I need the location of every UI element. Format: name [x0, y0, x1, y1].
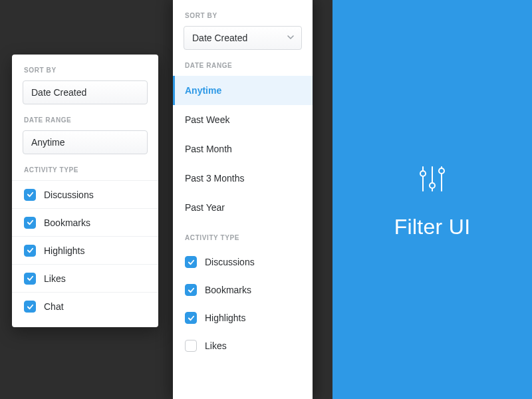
- activity-item-label: Bookmarks: [205, 285, 251, 295]
- date-range-option-label: Anytime: [185, 85, 221, 96]
- section-label-activity-type: ACTIVITY TYPE: [12, 154, 158, 180]
- svg-point-4: [430, 183, 435, 188]
- hero-title: Filter UI: [394, 215, 471, 239]
- checkbox-checked-icon[interactable]: [24, 217, 36, 229]
- sort-select[interactable]: Date Created: [184, 26, 302, 50]
- date-range-option-past-year[interactable]: Past Year: [173, 193, 313, 222]
- date-range-select[interactable]: Anytime: [23, 130, 148, 154]
- date-range-option-past-week[interactable]: Past Week: [173, 105, 313, 134]
- activity-item-label: Bookmarks: [44, 217, 90, 228]
- activity-item-label: Discussions: [44, 190, 94, 200]
- date-range-option-label: Past Month: [185, 144, 232, 154]
- activity-item[interactable]: Discussions: [173, 248, 313, 276]
- section-label-sort-by: SORT BY: [12, 55, 158, 80]
- checkbox-checked-icon[interactable]: [185, 284, 197, 296]
- activity-item[interactable]: Likes: [12, 265, 158, 293]
- checkbox-checked-icon[interactable]: [24, 301, 36, 313]
- activity-item-label: Likes: [44, 273, 66, 284]
- date-range-option-past-month[interactable]: Past Month: [173, 134, 313, 164]
- section-label-date-range: DATE RANGE: [12, 104, 158, 130]
- activity-item-label: Highlights: [205, 313, 245, 323]
- checkbox-checked-icon[interactable]: [24, 245, 36, 257]
- checkbox-unchecked-icon[interactable]: [185, 340, 197, 352]
- activity-list-collapsed: Discussions Bookmarks Highlights Likes C…: [12, 180, 158, 321]
- svg-point-5: [439, 168, 444, 174]
- sort-select-value: Date Created: [31, 87, 86, 98]
- date-range-options: Anytime Past Week Past Month Past 3 Mont…: [173, 76, 313, 222]
- date-range-option-label: Past Week: [185, 114, 229, 125]
- activity-item-label: Likes: [205, 340, 227, 351]
- sort-select-value: Date Created: [192, 33, 247, 43]
- filter-panel-expanded: SORT BY Date Created DATE RANGE Anytime …: [173, 0, 313, 399]
- activity-item[interactable]: Bookmarks: [173, 276, 313, 304]
- date-range-option-label: Past Year: [185, 202, 225, 213]
- svg-point-3: [420, 171, 426, 176]
- activity-item[interactable]: Likes: [173, 332, 313, 360]
- filter-panel-collapsed: SORT BY Date Created DATE RANGE Anytime …: [12, 55, 158, 327]
- checkbox-checked-icon[interactable]: [185, 312, 197, 324]
- section-label-sort-by: SORT BY: [173, 0, 313, 26]
- activity-item[interactable]: Bookmarks: [12, 209, 158, 237]
- activity-item[interactable]: Discussions: [12, 181, 158, 209]
- sliders-icon: [414, 160, 451, 200]
- date-range-option-past-3-months[interactable]: Past 3 Months: [173, 164, 313, 193]
- date-range-option-anytime[interactable]: Anytime: [173, 76, 313, 105]
- activity-item-label: Discussions: [205, 257, 255, 267]
- date-range-option-label: Past 3 Months: [185, 173, 245, 184]
- checkbox-checked-icon[interactable]: [24, 189, 36, 201]
- section-label-date-range: DATE RANGE: [173, 50, 313, 76]
- activity-item[interactable]: Highlights: [173, 304, 313, 332]
- activity-item[interactable]: Chat: [12, 293, 158, 321]
- activity-list-expanded: Discussions Bookmarks Highlights Likes: [173, 248, 313, 360]
- date-range-select-value: Anytime: [31, 137, 65, 148]
- checkbox-checked-icon[interactable]: [185, 256, 197, 268]
- activity-item-label: Chat: [44, 301, 64, 312]
- chevron-down-icon: [287, 33, 295, 43]
- activity-item[interactable]: Highlights: [12, 237, 158, 265]
- sort-select[interactable]: Date Created: [23, 80, 148, 104]
- activity-item-label: Highlights: [44, 245, 84, 256]
- section-label-activity-type: ACTIVITY TYPE: [173, 222, 313, 248]
- checkbox-checked-icon[interactable]: [24, 273, 36, 285]
- hero-panel: Filter UI: [332, 0, 532, 399]
